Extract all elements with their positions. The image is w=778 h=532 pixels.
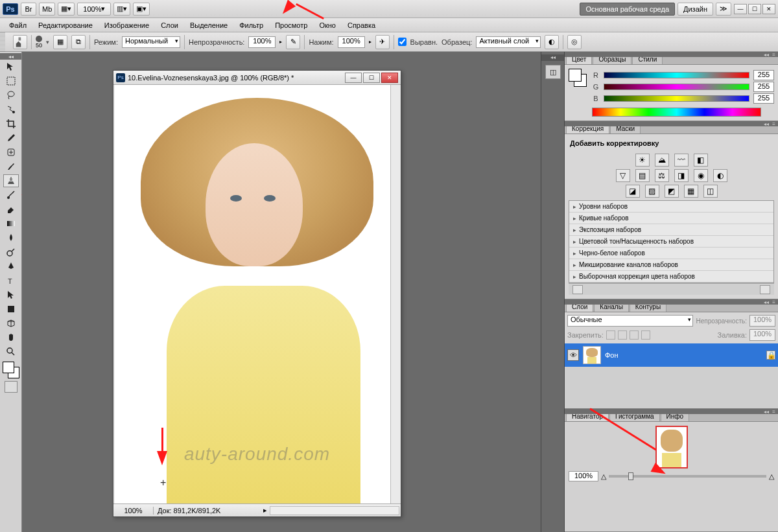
layers-empty-area[interactable] — [565, 367, 778, 408]
pen-tool[interactable] — [3, 260, 19, 273]
invert-icon[interactable]: ◪ — [626, 185, 640, 198]
lasso-tool[interactable] — [3, 89, 19, 102]
hue-sat-icon[interactable]: ▤ — [635, 169, 650, 182]
clone-stamp-tool[interactable] — [3, 174, 19, 187]
zoom-level-dropdown[interactable]: 100% ▾ — [77, 3, 111, 16]
arrange-documents-button[interactable]: ▥▾ — [113, 3, 130, 16]
aligned-checkbox[interactable] — [398, 38, 407, 46]
view-extras-button[interactable]: ▦▾ — [58, 3, 75, 16]
lock-image-icon[interactable] — [618, 330, 627, 340]
eyedropper-tool[interactable] — [3, 132, 19, 145]
adjustments-panel-grip[interactable]: ≡ — [565, 121, 778, 126]
quick-mask-toggle[interactable] — [5, 381, 18, 393]
channel-mixer-icon[interactable]: ◐ — [713, 169, 727, 182]
shape-tool[interactable] — [3, 303, 19, 316]
color-swatches[interactable] — [3, 362, 19, 378]
workspace-more-button[interactable]: ≫ — [716, 3, 731, 16]
color-panel-grip[interactable]: ≡ — [565, 52, 778, 57]
layer-row[interactable]: 👁 Фон 🔒 — [565, 343, 778, 367]
workspace-design-button[interactable]: Дизайн — [678, 3, 713, 16]
foreground-color-swatch[interactable] — [3, 362, 14, 373]
photo-filter-icon[interactable]: ◉ — [694, 169, 708, 182]
move-tool[interactable] — [3, 60, 19, 73]
clip-to-layer-icon[interactable] — [760, 285, 770, 294]
preset-row[interactable]: Черно-белое наборов — [569, 248, 773, 259]
dodge-tool[interactable] — [3, 246, 19, 259]
menu-layer[interactable]: Слои — [156, 20, 183, 30]
brush-panel-toggle[interactable]: ▦ — [53, 35, 67, 49]
ignore-adjustment-toggle[interactable]: ◐ — [545, 35, 559, 49]
flow-input[interactable]: 100% — [338, 36, 365, 48]
menu-edit[interactable]: Редактирование — [33, 20, 98, 30]
panel-dock-grip[interactable]: ◂◂ — [541, 54, 564, 61]
posterize-icon[interactable]: ▨ — [645, 185, 659, 198]
document-vertical-scrollbar[interactable] — [390, 85, 401, 503]
menu-filter[interactable]: Фильтр — [234, 20, 268, 30]
opacity-input[interactable]: 100% — [248, 36, 276, 48]
workspace-essentials-button[interactable]: Основная рабочая среда — [580, 3, 675, 16]
lock-transparent-icon[interactable] — [606, 330, 615, 340]
menu-window[interactable]: Окно — [314, 20, 341, 30]
menu-image[interactable]: Изображение — [99, 20, 154, 30]
document-canvas[interactable]: auty-around.com — [115, 85, 399, 503]
brush-tool[interactable] — [3, 160, 19, 173]
b-value[interactable]: 255 — [753, 93, 774, 104]
tablet-pressure-size-toggle[interactable]: ◎ — [567, 35, 582, 49]
launch-bridge-button[interactable]: Br — [21, 3, 36, 16]
navigator-proxy-view[interactable] — [655, 426, 688, 468]
healing-brush-tool[interactable] — [3, 146, 19, 159]
maximize-button[interactable]: ☐ — [748, 4, 761, 14]
brightness-contrast-icon[interactable]: ☀ — [635, 154, 650, 167]
exposure-icon[interactable]: ◧ — [694, 154, 708, 167]
preset-row[interactable]: Экспозиция наборов — [569, 224, 773, 236]
color-panel-swatches[interactable] — [569, 69, 587, 87]
levels-icon[interactable]: ⛰ — [655, 154, 669, 167]
lock-position-icon[interactable] — [630, 330, 639, 340]
document-zoom-field[interactable]: 100% — [113, 507, 154, 515]
eraser-tool[interactable] — [3, 203, 19, 216]
threshold-icon[interactable]: ◩ — [665, 185, 679, 198]
layer-blend-mode-select[interactable]: Обычные — [567, 315, 693, 327]
black-white-icon[interactable]: ◨ — [674, 169, 689, 182]
vibrance-icon[interactable]: ▽ — [616, 169, 630, 182]
preset-row[interactable]: Уровни наборов — [569, 201, 773, 213]
document-horizontal-scrollbar[interactable] — [270, 506, 399, 515]
airbrush-toggle[interactable]: ✈ — [375, 35, 390, 49]
menu-help[interactable]: Справка — [342, 20, 381, 30]
preset-row[interactable]: Цветовой тон/Насыщенность наборов — [569, 236, 773, 248]
launch-minibridge-button[interactable]: Mb — [39, 3, 55, 16]
blur-tool[interactable] — [3, 231, 19, 244]
preset-row[interactable]: Микширование каналов наборов — [569, 259, 773, 271]
g-value[interactable]: 255 — [753, 82, 774, 92]
path-selection-tool[interactable] — [3, 288, 19, 301]
menu-view[interactable]: Просмотр — [270, 20, 312, 30]
document-close-button[interactable]: ✕ — [381, 73, 398, 83]
layer-thumbnail[interactable] — [583, 346, 601, 364]
zoom-tool[interactable] — [3, 345, 19, 358]
document-maximize-button[interactable]: ☐ — [363, 73, 380, 83]
minimize-button[interactable]: — — [734, 4, 747, 14]
preset-row[interactable]: Выборочная коррекция цвета наборов — [569, 271, 773, 283]
curves-icon[interactable]: 〰 — [674, 154, 689, 167]
r-value[interactable]: 255 — [753, 70, 774, 80]
color-balance-icon[interactable]: ⚖ — [655, 169, 669, 182]
type-tool[interactable]: T — [3, 274, 19, 287]
spectrum-ramp[interactable] — [592, 108, 761, 117]
3d-tool[interactable] — [3, 317, 19, 330]
navigator-zoom-slider[interactable] — [609, 475, 766, 478]
menu-file[interactable]: Файл — [4, 20, 32, 30]
tools-panel-grip[interactable]: ◂◂ — [0, 53, 21, 60]
opacity-pressure-toggle[interactable]: ✎ — [286, 35, 300, 49]
screen-mode-button[interactable]: ▣▾ — [133, 3, 150, 16]
marquee-tool[interactable] — [3, 75, 19, 87]
hand-tool[interactable] — [3, 331, 19, 344]
layer-opacity-input[interactable]: 100% — [749, 315, 775, 327]
sample-select[interactable]: Активный слой — [476, 36, 541, 48]
history-brush-tool[interactable] — [3, 189, 19, 202]
blend-mode-select[interactable]: Нормальный — [122, 36, 180, 48]
zoom-out-icon[interactable]: △ — [601, 472, 606, 481]
gradient-tool[interactable] — [3, 217, 19, 230]
document-titlebar[interactable]: Ps 10.Evelina-Voznesenskaya3.jpg @ 100% … — [113, 71, 401, 85]
crop-tool[interactable] — [3, 117, 19, 130]
preset-row[interactable]: Кривые наборов — [569, 213, 773, 224]
